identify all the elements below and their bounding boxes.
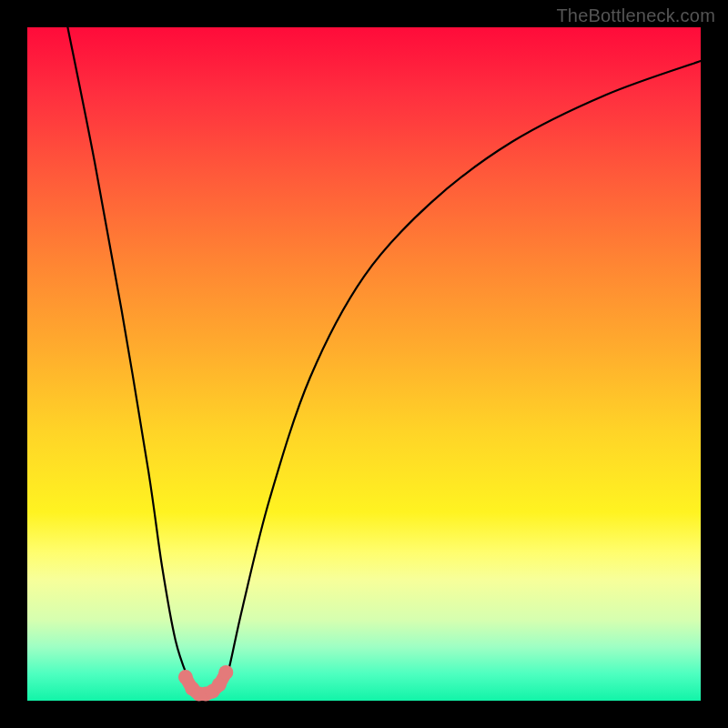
curve-svg (27, 27, 701, 701)
highlight-band (178, 665, 233, 702)
chart-frame: TheBottleneck.com (0, 0, 728, 728)
bottleneck-curve (67, 27, 701, 698)
watermark-text: TheBottleneck.com (556, 5, 715, 26)
highlight-dot (218, 665, 233, 680)
plot-area (27, 27, 701, 701)
bottleneck-curve-path (67, 27, 701, 698)
